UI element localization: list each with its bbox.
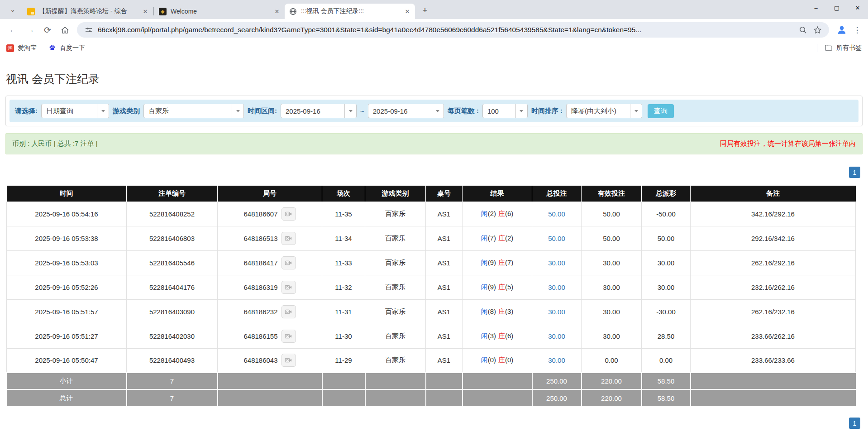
cell-round-id: 648186319 — [218, 275, 322, 299]
round-id-text: 648186607 — [243, 210, 277, 218]
tab-close-icon[interactable]: ✕ — [273, 7, 281, 15]
result-banker-score: (0) — [505, 356, 513, 364]
reload-icon[interactable]: ⟳ — [40, 22, 55, 38]
table-row: 2025-09-16 05:53:38522816406803648186513… — [7, 226, 856, 250]
baidu-paw-icon — [48, 44, 56, 52]
url-text[interactable]: 66cxkj98.com/ipl/portal.php/game/betreco… — [98, 26, 795, 34]
date-from-select[interactable]: 2025-09-16 — [281, 104, 357, 118]
tab-welcome[interactable]: ◆ Welcome ✕ — [154, 4, 285, 19]
total-bet-link[interactable]: 30.00 — [548, 259, 565, 267]
cell-bet-id: 522816400493 — [127, 348, 218, 373]
cell-table-no: AS1 — [426, 202, 463, 226]
chevron-down-icon[interactable] — [432, 104, 444, 118]
total-bet-link[interactable]: 30.00 — [548, 308, 565, 316]
chevron-down-icon[interactable] — [630, 104, 642, 118]
cell-remark: 233.66/262.16 — [691, 324, 856, 348]
tab-divider — [153, 7, 154, 15]
video-replay-button[interactable] — [281, 305, 296, 318]
chevron-down-icon[interactable] — [344, 104, 356, 118]
cell-payout: 50.00 — [642, 226, 691, 250]
tab-close-icon[interactable]: ✕ — [403, 7, 411, 15]
close-button[interactable]: ✕ — [847, 0, 868, 15]
search-button[interactable]: 查询 — [648, 104, 674, 118]
result-player-score: (9) — [488, 259, 496, 266]
video-replay-button[interactable] — [281, 207, 296, 221]
cell-round-id: 648186232 — [218, 299, 322, 324]
result-player-score: (0) — [488, 356, 496, 364]
grandtotal-total-bet: 250.00 — [532, 389, 582, 406]
cell-session: 11-33 — [322, 250, 365, 275]
url-bar[interactable]: 66cxkj98.com/ipl/portal.php/game/betreco… — [77, 22, 829, 38]
result-banker-score: (5) — [505, 283, 513, 291]
chevron-down-icon[interactable] — [515, 104, 527, 118]
game-type-select[interactable]: 百家乐 — [143, 104, 244, 118]
col-header-game-type: 游戏类别 — [365, 186, 426, 202]
tab-title: :::视讯 会员下注纪录::: — [301, 7, 400, 15]
minimize-button[interactable]: – — [806, 0, 826, 15]
tab-forum[interactable]: 【新提醒】海燕策略论坛 - 综合 ✕ — [23, 4, 153, 19]
video-replay-button[interactable] — [281, 256, 296, 269]
select-type-label: 请选择: — [15, 107, 38, 115]
result-banker-score: (2) — [505, 234, 513, 242]
cell-bet-id: 522816406803 — [127, 226, 218, 250]
sort-select[interactable]: 降幂(由大到小) — [566, 104, 642, 118]
cell-game-type: 百家乐 — [365, 275, 426, 299]
chevron-down-icon[interactable] — [97, 104, 109, 118]
date-to-select[interactable]: 2025-09-16 — [368, 104, 444, 118]
col-header-payout: 总派彩 — [642, 186, 691, 202]
video-replay-button[interactable] — [281, 232, 296, 245]
all-bookmarks[interactable]: 所有书签 — [817, 44, 862, 53]
forward-icon[interactable]: → — [23, 22, 38, 38]
video-replay-button[interactable] — [281, 354, 296, 367]
tab-list-chevron-icon[interactable]: ⌄ — [6, 3, 19, 16]
result-banker-score: (7) — [505, 259, 513, 266]
total-bet-link[interactable]: 30.00 — [548, 332, 565, 340]
bookmark-star-icon[interactable] — [811, 24, 824, 36]
cell-round-id: 648186417 — [218, 250, 322, 275]
total-bet-link[interactable]: 30.00 — [548, 283, 565, 291]
total-bet-link[interactable]: 30.00 — [548, 356, 565, 364]
tab-close-icon[interactable]: ✕ — [141, 7, 149, 15]
cell-session: 11-35 — [322, 202, 365, 226]
grandtotal-label: 总计 — [7, 389, 127, 406]
browser-menu-icon[interactable]: ⋮ — [851, 24, 863, 36]
table-row: 2025-09-16 05:51:57522816403090648186232… — [7, 299, 856, 324]
page-number-button[interactable]: 1 — [849, 167, 860, 178]
query-type-select[interactable]: 日期查询 — [41, 104, 109, 118]
cell-game-type: 百家乐 — [365, 299, 426, 324]
tab-betrecord-active[interactable]: :::视讯 会员下注纪录::: ✕ — [285, 4, 415, 19]
round-id-text: 648186043 — [243, 356, 277, 364]
total-bet-link[interactable]: 50.00 — [548, 210, 565, 218]
home-icon[interactable] — [57, 22, 72, 38]
table-body: 2025-09-16 05:54:16522816408252648186607… — [7, 202, 856, 373]
video-replay-button[interactable] — [281, 281, 296, 294]
page-number-button[interactable]: 1 — [849, 418, 860, 429]
maximize-button[interactable]: ▢ — [826, 0, 847, 15]
result-player: 闲 — [481, 210, 488, 217]
cell-remark: 262.16/232.16 — [691, 299, 856, 324]
filter-panel: 请选择: 日期查询 游戏类别 百家乐 时间区间: 2025-09-16 ~ 20… — [5, 96, 863, 126]
bookmark-baidu[interactable]: 百度一下 — [48, 44, 85, 52]
cell-remark: 292.16/342.16 — [691, 226, 856, 250]
cell-time: 2025-09-16 05:51:57 — [7, 299, 127, 324]
back-icon[interactable]: ← — [5, 22, 21, 38]
chevron-down-icon[interactable] — [232, 104, 243, 118]
tilde-separator: ~ — [360, 107, 364, 115]
col-header-time: 时间 — [7, 186, 127, 202]
table-row: 2025-09-16 05:53:03522816405546648186417… — [7, 250, 856, 275]
profile-avatar-icon[interactable] — [835, 23, 849, 37]
grandtotal-count: 7 — [127, 389, 218, 406]
result-player: 闲 — [481, 356, 488, 364]
site-info-icon[interactable] — [84, 25, 93, 34]
result-banker: 庄 — [498, 283, 505, 291]
result-player: 闲 — [481, 283, 488, 291]
video-replay-button[interactable] — [281, 330, 296, 343]
total-bet-link[interactable]: 50.00 — [548, 235, 565, 242]
new-tab-button[interactable]: + — [419, 4, 431, 17]
subtotal-payout: 58.50 — [642, 373, 691, 389]
zoom-page-icon[interactable] — [796, 24, 809, 36]
bet-records-table: 时间 注单编号 局号 场次 游戏类别 桌号 结果 总投注 有效投注 总派彩 备注… — [6, 186, 856, 406]
cell-remark: 232.16/262.16 — [691, 275, 856, 299]
per-page-select[interactable]: 100 — [482, 104, 528, 118]
bookmark-aitaobao[interactable]: 淘 爱淘宝 — [6, 44, 37, 52]
